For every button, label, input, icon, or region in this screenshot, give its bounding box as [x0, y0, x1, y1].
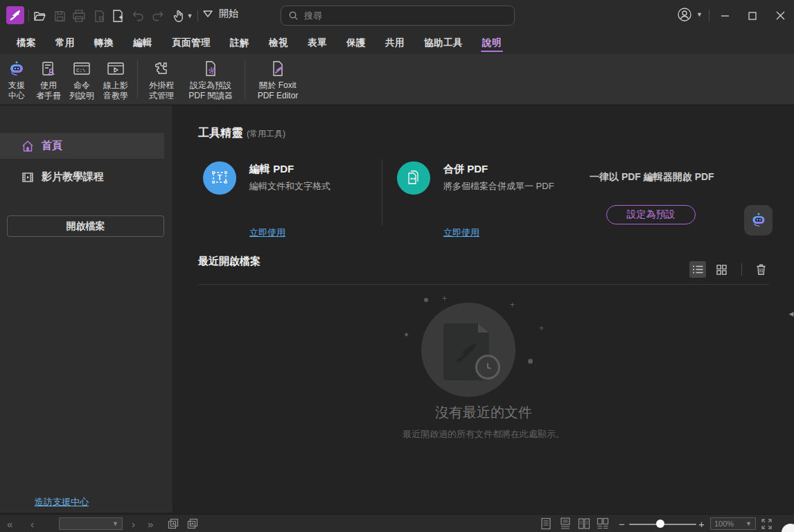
- save-icon[interactable]: [51, 8, 68, 24]
- facing-view-icon[interactable]: [577, 517, 591, 531]
- panel-collapse-handle[interactable]: ◀: [788, 305, 794, 323]
- ribbon-label: 式管理: [149, 91, 174, 101]
- tab-comment[interactable]: 註解: [220, 31, 259, 54]
- account-menu[interactable]: ▼: [677, 7, 703, 22]
- command-line-help-button[interactable]: C:\ 命令列說明: [65, 54, 98, 105]
- start-tab-button[interactable]: 開始: [202, 8, 238, 20]
- corner-overlay: [782, 524, 794, 532]
- window-controls: [711, 0, 794, 31]
- sparkle-dot: [528, 359, 533, 364]
- clear-recent-button[interactable]: [752, 261, 769, 278]
- user-manual-icon: [40, 59, 57, 78]
- merge-pdf-icon[interactable]: [397, 161, 430, 195]
- ai-assistant-button[interactable]: [744, 205, 773, 236]
- tab-view[interactable]: 檢視: [259, 31, 298, 54]
- open-file-icon[interactable]: [31, 8, 48, 24]
- hand-tool-dropdown-icon[interactable]: ▼: [186, 8, 194, 24]
- facing-continuous-view-icon[interactable]: [596, 517, 610, 531]
- edit-pdf-desc: 編輯文件和文字格式: [249, 180, 330, 193]
- close-button[interactable]: [766, 0, 794, 31]
- sparkle-dot: [424, 298, 428, 302]
- search-input[interactable]: 搜尋: [281, 6, 515, 26]
- zoom-out-button[interactable]: −: [619, 515, 625, 532]
- fullscreen-icon[interactable]: [759, 517, 773, 531]
- grid-view-icon: [716, 265, 727, 275]
- ribbon-toolbar: 支援中心 使用者手冊 C:\ 命令列說明 線上影音教學 外掛程式管理 設定為預設…: [0, 54, 794, 105]
- tab-edit[interactable]: 編輯: [123, 31, 162, 54]
- previous-page-button[interactable]: ‹: [30, 515, 34, 532]
- previous-view-icon[interactable]: [166, 517, 180, 531]
- tab-share[interactable]: 共用: [376, 31, 414, 54]
- tab-convert[interactable]: 轉換: [85, 31, 123, 54]
- first-page-button[interactable]: «: [7, 515, 12, 532]
- next-view-icon[interactable]: [186, 517, 200, 531]
- set-as-default-button[interactable]: 設定為預設: [606, 205, 696, 224]
- merge-pdf-use-now-link[interactable]: 立即使用: [443, 227, 479, 239]
- zoom-dropdown-icon: ▼: [746, 520, 752, 527]
- tab-help[interactable]: 說明: [473, 31, 511, 54]
- support-center-button[interactable]: 支援中心: [1, 54, 32, 105]
- create-pdf-icon[interactable]: [109, 8, 126, 24]
- clock-icon: [475, 355, 500, 380]
- chevron-down-icon: [202, 10, 213, 18]
- ribbon-separator: [137, 60, 138, 99]
- minimize-button[interactable]: [711, 0, 739, 31]
- hand-tool-icon[interactable]: [170, 8, 187, 24]
- print-icon[interactable]: [71, 8, 87, 24]
- about-foxit-icon: [270, 59, 286, 78]
- edit-pdf-icon[interactable]: T: [203, 161, 236, 195]
- svg-text:C:\: C:\: [76, 68, 86, 73]
- tab-file[interactable]: 檔案: [7, 31, 46, 54]
- ribbon-label: 音教學: [103, 91, 128, 101]
- zoom-in-button[interactable]: +: [698, 515, 705, 532]
- edit-pdf-title[interactable]: 編輯 PDF: [249, 163, 294, 176]
- sidebar-item-video-tutorials[interactable]: 影片教學課程: [0, 164, 164, 190]
- visit-support-center-link[interactable]: 造訪支援中心: [35, 496, 89, 508]
- next-page-button[interactable]: ›: [132, 515, 135, 532]
- edit-pdf-use-now-link[interactable]: 立即使用: [249, 227, 285, 239]
- ribbon-label: 支援: [8, 80, 25, 91]
- tab-form[interactable]: 表單: [298, 31, 337, 54]
- tab-organize[interactable]: 頁面管理: [162, 31, 220, 54]
- ribbon-label: 列說明: [69, 91, 94, 101]
- tab-accessibility[interactable]: 協助工具: [414, 31, 473, 54]
- continuous-view-icon[interactable]: [558, 517, 572, 531]
- set-default-reader-button[interactable]: 設定為預設PDF 閱讀器: [181, 54, 240, 105]
- tool-wizard-subtitle: (常用工具): [247, 129, 285, 139]
- foxit-logo-icon[interactable]: [6, 6, 24, 24]
- list-view-button[interactable]: [689, 261, 706, 278]
- account-dropdown-icon: ▼: [696, 11, 703, 18]
- divider: [28, 10, 29, 21]
- recent-files-title: 最近開啟檔案: [198, 255, 261, 268]
- sidebar-item-home[interactable]: 首頁: [0, 133, 164, 159]
- open-file-button[interactable]: 開啟檔案: [7, 215, 164, 237]
- card-divider: [382, 159, 382, 225]
- ribbon-label: 者手冊: [36, 91, 61, 101]
- recent-files-divider: [198, 284, 769, 285]
- zoom-level-combobox[interactable]: 100% ▼: [710, 517, 756, 530]
- empty-state-illustration: [421, 303, 515, 397]
- undo-icon[interactable]: [130, 8, 146, 24]
- document-properties-icon[interactable]: [91, 8, 107, 24]
- about-foxit-button[interactable]: 關於 FoxitPDF Editor: [249, 54, 306, 105]
- maximize-button[interactable]: [739, 0, 766, 31]
- tab-home[interactable]: 常用: [46, 31, 85, 54]
- zoom-slider-thumb[interactable]: [656, 520, 664, 528]
- online-tutorial-button[interactable]: 線上影音教學: [98, 54, 133, 105]
- online-video-icon: [107, 59, 125, 78]
- plugin-manager-button[interactable]: 外掛程式管理: [142, 54, 181, 105]
- grid-view-button[interactable]: [713, 261, 730, 278]
- home-sidebar: 首頁 影片教學課程 開啟檔案 造訪支援中心: [0, 105, 173, 513]
- single-page-view-icon[interactable]: [539, 517, 553, 531]
- account-icon: [677, 7, 692, 22]
- merge-pdf-title[interactable]: 合併 PDF: [443, 163, 488, 176]
- last-page-button[interactable]: »: [148, 515, 153, 532]
- page-number-combobox[interactable]: ▼: [59, 517, 123, 530]
- divider: [709, 10, 709, 21]
- sparkle-plus: +: [539, 323, 544, 333]
- user-manual-button[interactable]: 使用者手冊: [32, 54, 65, 105]
- tool-wizard-title-text: 工具精靈: [198, 127, 242, 139]
- list-view-icon: [692, 265, 703, 274]
- redo-icon[interactable]: [150, 8, 166, 24]
- tab-protect[interactable]: 保護: [337, 31, 376, 54]
